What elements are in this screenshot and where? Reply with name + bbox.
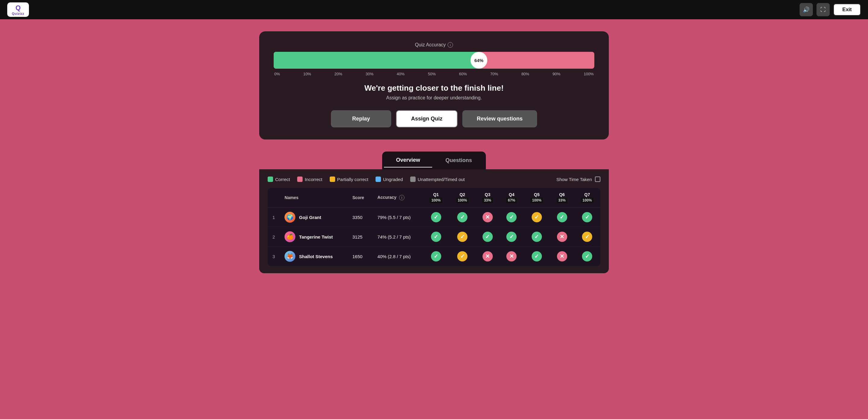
tick-0: 0% (274, 72, 280, 76)
player-name: Goji Grant (299, 215, 321, 220)
legend-ungraded: Ungraded (375, 176, 403, 182)
q7-answer-cell[interactable]: ✓ (574, 207, 600, 227)
rank-cell: 3 (268, 247, 280, 266)
answer-badge: ✕ (483, 212, 493, 222)
q7-answer-cell[interactable]: ✓ (574, 227, 600, 247)
progress-ticks: 0% 10% 20% 30% 40% 50% 60% 70% 80% 90% 1… (274, 72, 594, 76)
legend-partial: Partially correct (330, 176, 368, 182)
tabs-header: Overview Questions (259, 152, 609, 169)
q1-answer-cell[interactable]: ✓ (423, 227, 450, 247)
q6-answer-cell[interactable]: ✓ (550, 207, 574, 227)
answer-badge: ✕ (557, 251, 567, 261)
accuracy-table-info-icon[interactable]: i (399, 195, 404, 200)
answer-badge: ✓ (431, 212, 441, 222)
q4-answer-cell[interactable]: ✓ (500, 227, 524, 247)
q4-answer-cell[interactable]: ✓ (500, 207, 524, 227)
partial-dot (330, 176, 335, 182)
rank-cell: 1 (268, 207, 280, 227)
sound-button[interactable]: 🔊 (800, 3, 813, 16)
answer-badge: ✓ (506, 212, 517, 222)
accuracy-info-icon[interactable]: i (447, 42, 453, 47)
tick-10: 10% (303, 72, 311, 76)
tab-overview[interactable]: Overview (384, 153, 432, 167)
show-time-checkbox[interactable] (595, 176, 600, 182)
q3-answer-cell[interactable]: ✕ (475, 207, 500, 227)
legend-incorrect: Incorrect (297, 176, 322, 182)
answer-badge: ✓ (457, 232, 467, 242)
q6-answer-cell[interactable]: ✕ (550, 227, 574, 247)
q1-answer-cell[interactable]: ✓ (423, 247, 450, 266)
tick-40: 40% (397, 72, 404, 76)
action-buttons: Replay Assign Quiz Review questions (274, 110, 594, 127)
answer-badge: ✓ (532, 212, 542, 222)
avatar: 🌍 (284, 212, 296, 223)
q1-answer-cell[interactable]: ✓ (423, 207, 450, 227)
q5-answer-cell[interactable]: ✓ (524, 227, 550, 247)
fullscreen-button[interactable]: ⛶ (816, 3, 830, 16)
q2-answer-cell[interactable]: ✓ (449, 247, 475, 266)
tabs-container: Overview Questions (382, 152, 486, 169)
answer-badge: ✓ (483, 232, 493, 242)
review-questions-button[interactable]: Review questions (462, 110, 537, 127)
tick-80: 80% (521, 72, 529, 76)
table-row: 1🌍Goji Grant335079% (5.5 / 7 pts)✓✓✕✓✓✓✓ (268, 207, 600, 227)
answer-badge: ✓ (557, 212, 567, 222)
ungraded-dot (375, 176, 381, 182)
q2-header: Q2 100% (449, 188, 475, 207)
assign-quiz-button[interactable]: Assign Quiz (396, 110, 458, 127)
q5-header: Q5 100% (524, 188, 550, 207)
answer-badge: ✓ (532, 232, 542, 242)
q6-header: Q6 33% (550, 188, 574, 207)
exit-button[interactable]: Exit (833, 4, 861, 16)
tabs-section: Overview Questions Correct Incorrect Par… (259, 152, 609, 273)
tick-70: 70% (490, 72, 498, 76)
q3-answer-cell[interactable]: ✕ (475, 247, 500, 266)
results-table: Names Score Accuracy i Q1 100% (268, 188, 600, 266)
main-content: Quiz Accuracy i 64% 0% 10% 20% 30% 40% 5… (0, 19, 868, 273)
unattempted-dot (410, 176, 415, 182)
q6-answer-cell[interactable]: ✕ (550, 247, 574, 266)
fullscreen-icon: ⛶ (820, 7, 826, 13)
top-nav: Q Quizizz 🔊 ⛶ Exit (0, 0, 868, 19)
player-name: Shallot Stevens (299, 254, 333, 259)
q1-header: Q1 100% (423, 188, 450, 207)
score-cell: 3350 (347, 207, 373, 227)
table-row: 2🍊Tangerine Twist312574% (5.2 / 7 pts)✓✓… (268, 227, 600, 247)
answer-badge: ✕ (506, 251, 517, 261)
name-cell: 🌍Goji Grant (280, 207, 347, 227)
name-cell: 🍊Tangerine Twist (280, 227, 347, 247)
player-name: Tangerine Twist (299, 234, 333, 239)
tick-20: 20% (335, 72, 342, 76)
rank-header (268, 188, 280, 207)
q4-answer-cell[interactable]: ✕ (500, 247, 524, 266)
q2-answer-cell[interactable]: ✓ (449, 227, 475, 247)
replay-button[interactable]: Replay (331, 110, 391, 127)
rank-cell: 2 (268, 227, 280, 247)
answer-badge: ✓ (582, 251, 592, 261)
tab-questions[interactable]: Questions (433, 153, 484, 167)
q4-header: Q4 67% (500, 188, 524, 207)
answer-badge: ✕ (483, 251, 493, 261)
logo: Q Quizizz (7, 2, 29, 17)
q3-answer-cell[interactable]: ✓ (475, 227, 500, 247)
show-time-label: Show Time Taken (556, 177, 592, 182)
accuracy-cell: 79% (5.5 / 7 pts) (373, 207, 423, 227)
score-cell: 1650 (347, 247, 373, 266)
answer-badge: ✓ (457, 212, 467, 222)
answer-badge: ✓ (582, 232, 592, 242)
legend-unattempted: Unattempted/Timed out (410, 176, 465, 182)
answer-badge: ✓ (532, 251, 542, 261)
table-row: 3🦊Shallot Stevens165040% (2.8 / 7 pts)✓✓… (268, 247, 600, 266)
q7-answer-cell[interactable]: ✓ (574, 247, 600, 266)
progress-badge: 64% (470, 52, 487, 69)
accuracy-cell: 74% (5.2 / 7 pts) (373, 227, 423, 247)
accuracy-header: Accuracy i (373, 188, 423, 207)
q2-answer-cell[interactable]: ✓ (449, 207, 475, 227)
q3-header: Q3 33% (475, 188, 500, 207)
q5-answer-cell[interactable]: ✓ (524, 207, 550, 227)
q7-header: Q7 100% (574, 188, 600, 207)
result-sub-message: Assign as practice for deeper understand… (274, 95, 594, 101)
tick-60: 60% (459, 72, 467, 76)
q5-answer-cell[interactable]: ✓ (524, 247, 550, 266)
answer-badge: ✓ (582, 212, 592, 222)
